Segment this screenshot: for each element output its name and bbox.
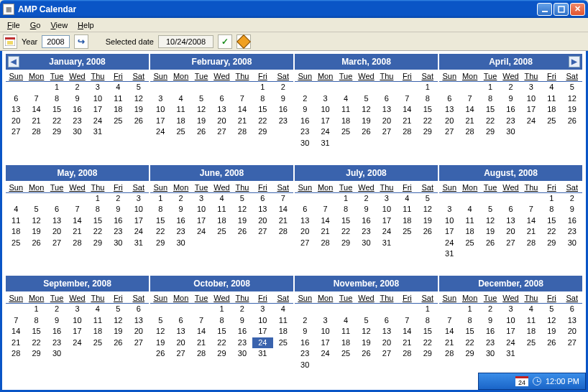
day-cell[interactable]: 11 <box>397 204 417 215</box>
day-cell[interactable]: 27 <box>295 238 315 249</box>
day-cell[interactable]: 12 <box>541 315 561 327</box>
day-cell[interactable]: 20 <box>562 326 582 337</box>
day-cell[interactable]: 28 <box>521 238 541 249</box>
day-cell[interactable]: 20 <box>439 116 459 127</box>
day-cell[interactable]: 7 <box>232 93 252 105</box>
day-cell[interactable]: 7 <box>6 315 26 327</box>
day-cell[interactable]: 4 <box>459 204 479 215</box>
day-cell[interactable]: 24 <box>377 226 397 238</box>
day-cell[interactable]: 1 <box>541 193 561 205</box>
day-cell[interactable]: 21 <box>459 116 479 127</box>
day-cell[interactable]: 29 <box>47 126 67 138</box>
day-cell[interactable]: 26 <box>418 226 438 238</box>
day-cell[interactable]: 13 <box>295 215 315 227</box>
day-cell[interactable]: 16 <box>273 104 293 116</box>
day-cell[interactable]: 7 <box>67 204 87 215</box>
day-cell[interactable]: 28 <box>6 348 26 360</box>
day-cell[interactable]: 24 <box>67 337 87 349</box>
day-cell[interactable]: 18 <box>336 116 356 127</box>
day-cell[interactable]: 24 <box>500 337 520 349</box>
day-cell[interactable]: 6 <box>170 315 190 327</box>
day-cell[interactable]: 6 <box>252 193 272 205</box>
day-cell[interactable]: 2 <box>500 82 520 93</box>
day-cell[interactable]: 18 <box>211 215 231 227</box>
day-cell[interactable]: 11 <box>459 215 479 227</box>
day-cell[interactable]: 6 <box>47 204 67 215</box>
day-cell[interactable]: 23 <box>273 116 293 127</box>
day-cell[interactable]: 18 <box>6 226 26 238</box>
day-cell[interactable]: 22 <box>480 116 500 127</box>
day-cell[interactable]: 23 <box>356 226 376 238</box>
day-cell[interactable]: 31 <box>315 138 335 149</box>
day-cell[interactable]: 10 <box>67 315 87 327</box>
day-cell[interactable]: 20 <box>129 326 149 337</box>
day-cell[interactable]: 2 <box>47 304 67 315</box>
day-cell[interactable]: 1 <box>88 193 108 205</box>
day-cell[interactable]: 6 <box>129 304 149 315</box>
day-cell[interactable]: 10 <box>500 315 520 327</box>
day-cell[interactable]: 3 <box>129 193 149 205</box>
day-cell[interactable]: 23 <box>562 226 582 238</box>
day-cell[interactable]: 31 <box>377 238 397 249</box>
day-cell[interactable]: 8 <box>47 93 67 105</box>
day-cell[interactable]: 23 <box>47 337 67 349</box>
day-cell[interactable]: 8 <box>211 315 231 327</box>
day-cell[interactable]: 23 <box>295 348 315 360</box>
day-cell[interactable]: 22 <box>252 116 272 127</box>
day-cell[interactable]: 30 <box>170 238 190 249</box>
day-cell[interactable]: 17 <box>439 226 459 238</box>
day-cell[interactable]: 9 <box>295 104 315 116</box>
day-cell[interactable]: 12 <box>562 93 582 105</box>
day-cell[interactable]: 2 <box>108 193 128 205</box>
day-cell[interactable]: 18 <box>397 215 417 227</box>
day-cell[interactable]: 23 <box>67 116 87 127</box>
day-cell[interactable]: 8 <box>418 93 438 105</box>
day-cell[interactable]: 13 <box>129 315 149 327</box>
day-cell[interactable]: 27 <box>377 348 397 360</box>
day-cell[interactable]: 30 <box>500 126 520 138</box>
day-cell[interactable]: 21 <box>6 337 26 349</box>
day-cell[interactable]: 22 <box>88 226 108 238</box>
day-cell[interactable]: 24 <box>191 226 211 238</box>
day-cell[interactable]: 1 <box>47 82 67 93</box>
day-cell[interactable]: 24 <box>88 116 108 127</box>
day-cell[interactable]: 25 <box>541 116 561 127</box>
day-cell[interactable]: 30 <box>232 348 252 360</box>
day-cell[interactable]: 16 <box>295 116 315 127</box>
day-cell[interactable]: 1 <box>418 82 438 93</box>
day-cell[interactable]: 20 <box>6 116 26 127</box>
day-cell[interactable]: 27 <box>211 126 231 138</box>
day-cell[interactable]: 3 <box>521 82 541 93</box>
day-cell[interactable]: 25 <box>459 238 479 249</box>
day-cell[interactable]: 17 <box>129 215 149 227</box>
day-cell[interactable]: 9 <box>295 326 315 337</box>
day-cell[interactable]: 17 <box>315 116 335 127</box>
day-cell[interactable]: 11 <box>336 104 356 116</box>
day-cell[interactable]: 14 <box>232 104 252 116</box>
day-cell[interactable]: 9 <box>232 315 252 327</box>
day-cell[interactable]: 15 <box>336 215 356 227</box>
day-cell[interactable]: 16 <box>108 215 128 227</box>
day-cell[interactable]: 5 <box>108 304 128 315</box>
day-cell[interactable]: 28 <box>397 126 417 138</box>
day-cell[interactable]: 10 <box>88 93 108 105</box>
day-cell[interactable]: 16 <box>295 337 315 349</box>
day-cell[interactable]: 3 <box>88 82 108 93</box>
day-cell[interactable]: 16 <box>356 215 376 227</box>
day-cell[interactable]: 3 <box>315 93 335 105</box>
day-cell[interactable]: 8 <box>150 204 170 215</box>
day-cell[interactable]: 24 <box>521 116 541 127</box>
day-cell[interactable]: 12 <box>480 215 500 227</box>
day-cell[interactable]: 13 <box>6 104 26 116</box>
day-cell[interactable]: 2 <box>480 304 500 315</box>
day-cell[interactable]: 29 <box>418 126 438 138</box>
day-cell[interactable]: 17 <box>315 337 335 349</box>
day-cell[interactable]: 10 <box>521 93 541 105</box>
day-cell[interactable]: 7 <box>26 93 46 105</box>
day-cell[interactable]: 22 <box>211 337 231 349</box>
day-cell[interactable]: 25 <box>88 337 108 349</box>
day-cell[interactable]: 19 <box>129 104 149 116</box>
day-cell[interactable]: 26 <box>26 238 46 249</box>
title-bar[interactable]: ▦ AMP Calendar ✕ <box>0 0 588 18</box>
day-cell[interactable]: 30 <box>67 126 87 138</box>
